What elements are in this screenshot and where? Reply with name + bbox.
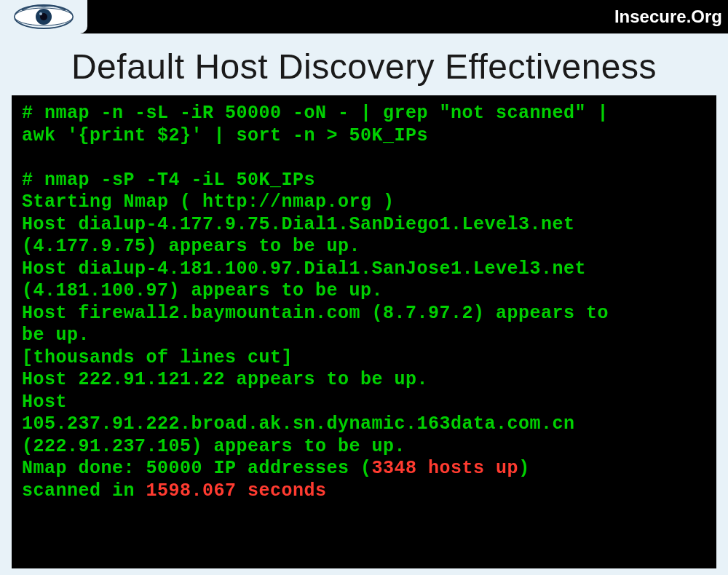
terminal-line: awk '{print $2}' | sort -n > 50K_IPs (22, 125, 428, 146)
terminal-line: # nmap -n -sL -iR 50000 -oN - | grep "no… (22, 103, 609, 124)
terminal-line: (4.181.100.97) appears to be up. (22, 280, 383, 301)
terminal-line: Host dialup-4.181.100.97.Dial1.SanJose1.… (22, 258, 586, 279)
terminal-line: be up. (22, 325, 90, 346)
terminal-output: # nmap -n -sL -iR 50000 -oN - | grep "no… (12, 95, 716, 568)
terminal-line: # nmap -sP -T4 -iL 50K_IPs (22, 170, 315, 191)
brand-name: Insecure.Org (614, 7, 722, 27)
slide-body: Default Host Discovery Effectiveness # n… (0, 33, 728, 568)
terminal-line: scanned in (22, 480, 146, 501)
slide-title: Default Host Discovery Effectiveness (9, 47, 719, 87)
header-bar: Insecure.Org (0, 0, 728, 33)
terminal-line: Nmap done: 50000 IP addresses ( (22, 458, 372, 479)
terminal-line: (4.177.9.75) appears to be up. (22, 236, 360, 257)
terminal-line: 105.237.91.222.broad.ak.sn.dynamic.163da… (22, 413, 575, 435)
terminal-line: [thousands of lines cut] (22, 347, 293, 368)
eye-logo (0, 0, 87, 33)
hosts-up-count: 3348 hosts up (372, 458, 519, 479)
terminal-line: ) (518, 458, 530, 479)
terminal-line: Host (22, 392, 67, 413)
scan-duration: 1598.067 seconds (146, 480, 327, 501)
terminal-line: Host dialup-4.177.9.75.Dial1.SanDiego1.L… (22, 214, 575, 235)
terminal-line: Starting Nmap ( http://nmap.org ) (22, 191, 395, 213)
terminal-line: Host firewall2.baymountain.com (8.7.97.2… (22, 303, 609, 324)
terminal-line: Host 222.91.121.22 appears to be up. (22, 369, 428, 390)
terminal-line: (222.91.237.105) appears to be up. (22, 436, 405, 457)
svg-point-4 (39, 12, 42, 15)
